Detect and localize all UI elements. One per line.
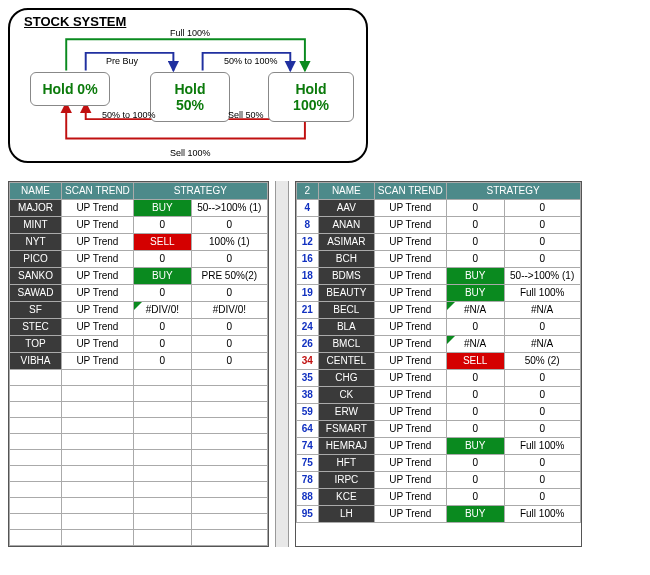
trend-cell[interactable]: UP Trend xyxy=(62,302,134,319)
right-table[interactable]: 2 NAME SCAN TREND STRATEGY 4AAVUP Trend0… xyxy=(296,182,581,523)
table-row[interactable]: 38CKUP Trend00 xyxy=(296,387,580,404)
name-cell[interactable]: VIBHA xyxy=(10,353,62,370)
table-row-empty[interactable] xyxy=(10,498,268,514)
name-cell[interactable]: BLA xyxy=(318,319,374,336)
strategy-cell[interactable]: 50% (2) xyxy=(504,353,580,370)
signal-cell[interactable]: SELL xyxy=(133,234,191,251)
strategy-cell[interactable]: 0 xyxy=(504,370,580,387)
table-row[interactable]: 16BCHUP Trend00 xyxy=(296,251,580,268)
table-row[interactable]: VIBHAUP Trend00 xyxy=(10,353,268,370)
trend-cell[interactable]: UP Trend xyxy=(62,251,134,268)
trend-cell[interactable]: UP Trend xyxy=(374,472,446,489)
trend-cell[interactable]: UP Trend xyxy=(62,319,134,336)
signal-cell[interactable]: 0 xyxy=(446,421,504,438)
row-id-cell[interactable]: 4 xyxy=(296,200,318,217)
strategy-cell[interactable]: 0 xyxy=(504,387,580,404)
name-cell[interactable]: ASIMAR xyxy=(318,234,374,251)
table-row[interactable]: TOPUP Trend00 xyxy=(10,336,268,353)
signal-cell[interactable]: #N/A xyxy=(446,302,504,319)
table-row-empty[interactable] xyxy=(10,402,268,418)
name-cell[interactable]: CK xyxy=(318,387,374,404)
name-cell[interactable]: HFT xyxy=(318,455,374,472)
signal-cell[interactable]: #N/A xyxy=(446,336,504,353)
strategy-cell[interactable]: 100% (1) xyxy=(191,234,267,251)
signal-cell[interactable]: 0 xyxy=(446,217,504,234)
signal-cell[interactable]: BUY xyxy=(133,200,191,217)
row-id-cell[interactable]: 24 xyxy=(296,319,318,336)
right-hdr-num[interactable]: 2 xyxy=(296,183,318,200)
strategy-cell[interactable]: 0 xyxy=(191,319,267,336)
signal-cell[interactable]: 0 xyxy=(133,319,191,336)
table-row[interactable]: SFUP Trend#DIV/0!#DIV/0! xyxy=(10,302,268,319)
row-id-cell[interactable]: 16 xyxy=(296,251,318,268)
right-hdr-trend[interactable]: SCAN TREND xyxy=(374,183,446,200)
table-row-empty[interactable] xyxy=(10,434,268,450)
table-row[interactable]: 74HEMRAJUP TrendBUYFull 100% xyxy=(296,438,580,455)
name-cell[interactable]: CENTEL xyxy=(318,353,374,370)
signal-cell[interactable]: 0 xyxy=(446,489,504,506)
signal-cell[interactable]: 0 xyxy=(446,200,504,217)
signal-cell[interactable]: 0 xyxy=(446,234,504,251)
strategy-cell[interactable]: 0 xyxy=(504,404,580,421)
trend-cell[interactable]: UP Trend xyxy=(374,336,446,353)
name-cell[interactable]: BCH xyxy=(318,251,374,268)
trend-cell[interactable]: UP Trend xyxy=(374,455,446,472)
strategy-cell[interactable]: 0 xyxy=(504,421,580,438)
row-id-cell[interactable]: 35 xyxy=(296,370,318,387)
row-id-cell[interactable]: 74 xyxy=(296,438,318,455)
name-cell[interactable]: MAJOR xyxy=(10,200,62,217)
name-cell[interactable]: HEMRAJ xyxy=(318,438,374,455)
trend-cell[interactable]: UP Trend xyxy=(374,489,446,506)
strategy-cell[interactable]: 0 xyxy=(504,489,580,506)
name-cell[interactable]: BMCL xyxy=(318,336,374,353)
signal-cell[interactable]: 0 xyxy=(133,251,191,268)
trend-cell[interactable]: UP Trend xyxy=(62,217,134,234)
table-row[interactable]: MINTUP Trend00 xyxy=(10,217,268,234)
trend-cell[interactable]: UP Trend xyxy=(62,200,134,217)
name-cell[interactable]: SAWAD xyxy=(10,285,62,302)
name-cell[interactable]: BDMS xyxy=(318,268,374,285)
table-row[interactable]: STECUP Trend00 xyxy=(10,319,268,336)
right-hdr-strategy[interactable]: STRATEGY xyxy=(446,183,580,200)
signal-cell[interactable]: BUY xyxy=(446,506,504,523)
row-id-cell[interactable]: 18 xyxy=(296,268,318,285)
name-cell[interactable]: KCE xyxy=(318,489,374,506)
row-id-cell[interactable]: 38 xyxy=(296,387,318,404)
trend-cell[interactable]: UP Trend xyxy=(374,353,446,370)
strategy-cell[interactable]: 0 xyxy=(504,234,580,251)
strategy-cell[interactable]: 0 xyxy=(504,319,580,336)
signal-cell[interactable]: 0 xyxy=(446,472,504,489)
strategy-cell[interactable]: 0 xyxy=(191,251,267,268)
name-cell[interactable]: TOP xyxy=(10,336,62,353)
name-cell[interactable]: BECL xyxy=(318,302,374,319)
table-row[interactable]: 4AAVUP Trend00 xyxy=(296,200,580,217)
row-id-cell[interactable]: 59 xyxy=(296,404,318,421)
trend-cell[interactable]: UP Trend xyxy=(374,200,446,217)
signal-cell[interactable]: 0 xyxy=(446,370,504,387)
strategy-cell[interactable]: 0 xyxy=(191,336,267,353)
signal-cell[interactable]: 0 xyxy=(446,404,504,421)
row-id-cell[interactable]: 21 xyxy=(296,302,318,319)
table-row[interactable]: 75HFTUP Trend00 xyxy=(296,455,580,472)
row-id-cell[interactable]: 26 xyxy=(296,336,318,353)
table-row[interactable]: 12ASIMARUP Trend00 xyxy=(296,234,580,251)
table-row[interactable]: 26BMCLUP Trend#N/A#N/A xyxy=(296,336,580,353)
signal-cell[interactable]: 0 xyxy=(133,285,191,302)
name-cell[interactable]: CHG xyxy=(318,370,374,387)
name-cell[interactable]: BEAUTY xyxy=(318,285,374,302)
strategy-cell[interactable]: 0 xyxy=(191,217,267,234)
name-cell[interactable]: FSMART xyxy=(318,421,374,438)
table-row-empty[interactable] xyxy=(10,370,268,386)
row-id-cell[interactable]: 12 xyxy=(296,234,318,251)
row-id-cell[interactable]: 75 xyxy=(296,455,318,472)
row-id-cell[interactable]: 64 xyxy=(296,421,318,438)
strategy-cell[interactable]: 0 xyxy=(191,285,267,302)
signal-cell[interactable]: BUY xyxy=(446,285,504,302)
strategy-cell[interactable]: 0 xyxy=(504,472,580,489)
left-table[interactable]: NAME SCAN TREND STRATEGY MAJORUP TrendBU… xyxy=(9,182,268,546)
signal-cell[interactable]: BUY xyxy=(133,268,191,285)
name-cell[interactable]: ANAN xyxy=(318,217,374,234)
table-row[interactable]: MAJORUP TrendBUY50-->100% (1) xyxy=(10,200,268,217)
signal-cell[interactable]: BUY xyxy=(446,268,504,285)
table-row-empty[interactable] xyxy=(10,450,268,466)
